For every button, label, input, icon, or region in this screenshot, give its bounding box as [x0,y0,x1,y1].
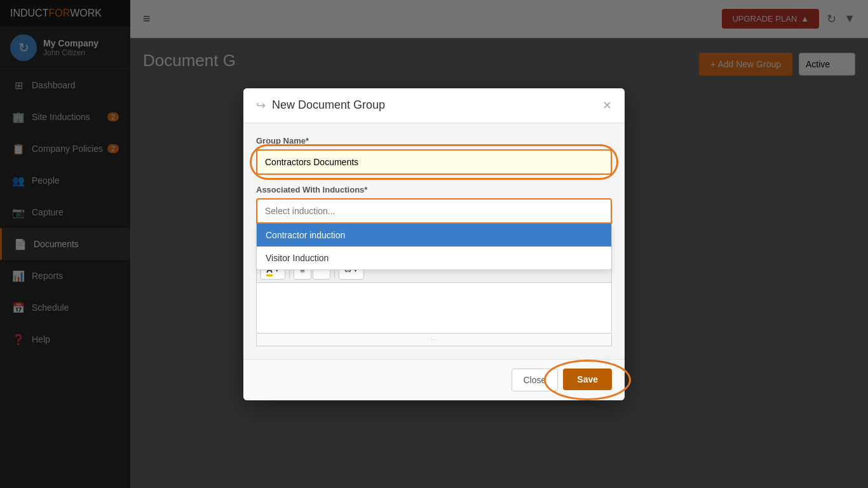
dropdown-item-visitor[interactable]: Visitor Induction [257,247,611,269]
group-name-input[interactable] [256,149,612,175]
editor-body[interactable] [256,283,612,334]
inductions-label: Associated With Inductions* [256,185,612,194]
modal-overlay: ↪ New Document Group ✕ Group Name* Assoc… [0,0,868,488]
group-name-label: Group Name* [256,136,612,146]
inductions-field: Associated With Inductions* Contractor i… [256,185,612,224]
modal-title: New Document Group [272,98,385,112]
editor-resize-handle[interactable]: ⋯ [256,334,612,346]
modal-header: ↪ New Document Group ✕ [243,88,625,123]
modal-header-icon: ↪ [256,98,266,112]
modal-body: Group Name* Associated With Inductions* … [243,123,625,359]
modal-close-button[interactable]: ✕ [602,100,612,111]
modal-new-document-group: ↪ New Document Group ✕ Group Name* Assoc… [243,88,625,400]
inductions-dropdown-list: Contractor induction Visitor Induction [256,224,612,270]
modal-close-btn[interactable]: Close [512,369,559,391]
main-content: ≡ UPGRADE PLAN ▲ ↻ ▼ Document G + Add Ne… [130,0,868,488]
group-name-field: Group Name* [256,136,612,175]
modal-save-button[interactable]: Save [563,369,612,390]
inductions-search-input[interactable] [256,198,612,224]
inductions-dropdown-wrapper: Contractor induction Visitor Induction [256,198,612,224]
modal-footer: Close Save [243,359,625,400]
dropdown-item-contractor[interactable]: Contractor induction [257,224,611,247]
